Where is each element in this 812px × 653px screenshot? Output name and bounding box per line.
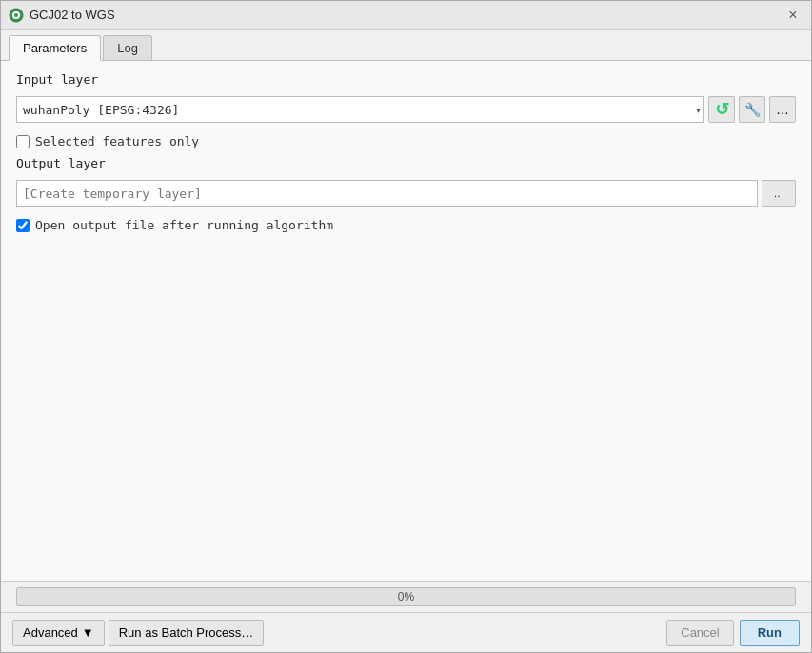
bottom-bar: Advanced ▼ Run as Batch Process… Cancel … (1, 612, 811, 652)
input-layer-label: Input layer (16, 72, 796, 87)
open-output-row: Open output file after running algorithm (16, 218, 796, 232)
progress-section: 0% (1, 581, 811, 612)
svg-point-2 (14, 13, 18, 17)
app-icon (9, 8, 24, 23)
open-output-checkbox[interactable] (16, 219, 30, 232)
advanced-label: Advanced (23, 625, 78, 640)
tab-log[interactable]: Log (103, 35, 152, 60)
title-bar: GCJ02 to WGS × (1, 1, 811, 30)
close-button[interactable]: × (782, 5, 803, 26)
advanced-button[interactable]: Advanced ▼ (12, 620, 105, 646)
bottom-right-buttons: Cancel Run (666, 620, 800, 646)
selected-features-label[interactable]: Selected features only (35, 134, 199, 148)
bottom-left-buttons: Advanced ▼ Run as Batch Process… (12, 620, 264, 646)
wrench-icon: 🔧 (744, 102, 761, 117)
run-button[interactable]: Run (740, 620, 800, 646)
batch-process-button[interactable]: Run as Batch Process… (109, 620, 265, 646)
progress-bar-background: 0% (16, 587, 796, 606)
refresh-icon: ↺ (715, 99, 729, 120)
output-dots-icon: … (774, 188, 784, 199)
output-more-button[interactable]: … (762, 180, 796, 207)
output-layer-row: … (16, 180, 796, 207)
advanced-arrow-icon: ▼ (82, 625, 94, 640)
open-output-label[interactable]: Open output file after running algorithm (35, 218, 333, 232)
more-icon: … (776, 102, 789, 117)
tab-parameters[interactable]: Parameters (9, 35, 101, 61)
output-layer-label: Output layer (16, 156, 796, 170)
tab-bar: Parameters Log (1, 30, 811, 61)
parameters-panel: Input layer wuhanPoly [EPSG:4326] ▾ ↺ 🔧 … (1, 61, 811, 581)
main-window: GCJ02 to WGS × Parameters Log Input laye… (0, 0, 812, 653)
input-more-button[interactable]: … (769, 96, 796, 123)
selected-features-row: Selected features only (16, 134, 796, 148)
input-layer-row: wuhanPoly [EPSG:4326] ▾ ↺ 🔧 … (16, 96, 796, 123)
window-title: GCJ02 to WGS (30, 8, 115, 22)
selected-features-checkbox[interactable] (16, 135, 30, 148)
input-layer-select-wrapper: wuhanPoly [EPSG:4326] ▾ (16, 96, 704, 123)
refresh-layer-button[interactable]: ↺ (708, 96, 735, 123)
progress-label: 0% (398, 590, 414, 604)
title-bar-left: GCJ02 to WGS (9, 8, 115, 23)
input-layer-select[interactable]: wuhanPoly [EPSG:4326] (16, 96, 704, 123)
output-layer-input[interactable] (16, 180, 758, 207)
settings-button[interactable]: 🔧 (739, 96, 765, 123)
cancel-button[interactable]: Cancel (666, 620, 733, 646)
